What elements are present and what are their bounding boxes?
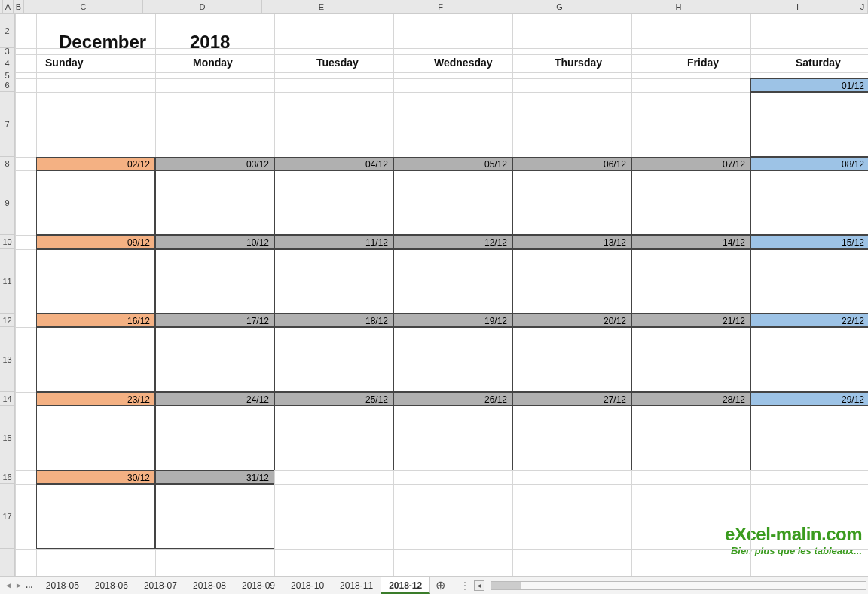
date-header[interactable]: 02/12 xyxy=(36,157,155,170)
date-body[interactable] xyxy=(512,249,631,314)
date-body[interactable] xyxy=(36,406,155,470)
date-header[interactable]: 07/12 xyxy=(631,157,750,170)
column-header-A[interactable]: A xyxy=(3,0,14,13)
row-header-6[interactable]: 6 xyxy=(0,78,14,92)
date-header[interactable]: 25/12 xyxy=(274,392,393,406)
date-body[interactable] xyxy=(631,170,750,235)
row-header-13[interactable]: 13 xyxy=(0,327,14,392)
date-body[interactable] xyxy=(631,406,750,470)
date-header[interactable]: 20/12 xyxy=(512,314,631,327)
date-body[interactable] xyxy=(750,92,868,157)
scroll-thumb[interactable] xyxy=(491,582,521,589)
date-body[interactable] xyxy=(512,406,631,470)
date-header[interactable]: 03/12 xyxy=(155,157,274,170)
date-body[interactable] xyxy=(750,249,868,314)
row-header-16[interactable]: 16 xyxy=(0,470,14,484)
date-header[interactable]: 12/12 xyxy=(393,235,512,249)
column-header-C[interactable]: C xyxy=(24,0,143,13)
date-header[interactable]: 09/12 xyxy=(36,235,155,249)
date-body[interactable] xyxy=(393,406,512,470)
date-header[interactable]: 17/12 xyxy=(155,314,274,327)
date-body[interactable] xyxy=(274,170,393,235)
scroll-left-icon[interactable]: ◄ xyxy=(474,580,484,591)
spreadsheet-area[interactable]: December 2018 eXcel-malin.com Bien plus … xyxy=(15,14,868,576)
row-header-17[interactable]: 17 xyxy=(0,484,14,549)
date-body[interactable] xyxy=(36,327,155,392)
date-body[interactable] xyxy=(631,249,750,314)
date-body[interactable] xyxy=(393,170,512,235)
date-header[interactable]: 23/12 xyxy=(36,392,155,406)
scroll-grip-icon[interactable]: ⋮ xyxy=(460,580,469,591)
row-header-4[interactable]: 4 xyxy=(0,54,14,72)
date-body[interactable] xyxy=(274,327,393,392)
row-header-15[interactable]: 15 xyxy=(0,406,14,470)
date-header[interactable]: 31/12 xyxy=(155,470,274,484)
date-header[interactable]: 14/12 xyxy=(631,235,750,249)
row-header-12[interactable]: 12 xyxy=(0,314,14,327)
column-header-D[interactable]: D xyxy=(143,0,262,13)
date-body[interactable] xyxy=(36,170,155,235)
date-body[interactable] xyxy=(274,406,393,470)
column-header-J[interactable]: J xyxy=(857,0,868,13)
date-body[interactable] xyxy=(512,170,631,235)
row-header-5[interactable]: 5 xyxy=(0,72,14,78)
row-header-11[interactable]: 11 xyxy=(0,249,14,314)
date-body[interactable] xyxy=(155,170,274,235)
date-header[interactable]: 08/12 xyxy=(750,157,868,170)
sheet-tab-2018-12[interactable]: 2018-12 xyxy=(381,577,430,594)
row-header-3[interactable]: 3 xyxy=(0,48,14,54)
row-header-10[interactable]: 10 xyxy=(0,235,14,249)
column-header-E[interactable]: E xyxy=(262,0,381,13)
date-body[interactable] xyxy=(155,249,274,314)
date-header[interactable]: 29/12 xyxy=(750,392,868,406)
date-header[interactable]: 06/12 xyxy=(512,157,631,170)
sheet-tab-2018-08[interactable]: 2018-08 xyxy=(185,577,234,594)
date-body[interactable] xyxy=(155,484,274,549)
date-body[interactable] xyxy=(155,327,274,392)
date-header[interactable]: 18/12 xyxy=(274,314,393,327)
date-header[interactable]: 19/12 xyxy=(393,314,512,327)
tab-prev-icon[interactable]: ◄ xyxy=(5,581,12,589)
date-header[interactable]: 11/12 xyxy=(274,235,393,249)
column-header-F[interactable]: F xyxy=(381,0,500,13)
row-header-9[interactable]: 9 xyxy=(0,170,14,235)
date-header[interactable]: 05/12 xyxy=(393,157,512,170)
date-body[interactable] xyxy=(750,327,868,392)
date-header[interactable]: 27/12 xyxy=(512,392,631,406)
date-header[interactable]: 16/12 xyxy=(36,314,155,327)
column-header-B[interactable]: B xyxy=(14,0,24,13)
date-body[interactable] xyxy=(36,484,155,549)
date-body[interactable] xyxy=(36,249,155,314)
date-header[interactable]: 01/12 xyxy=(750,78,868,92)
date-header[interactable]: 04/12 xyxy=(274,157,393,170)
date-header[interactable]: 30/12 xyxy=(36,470,155,484)
date-body[interactable] xyxy=(512,327,631,392)
date-header[interactable]: 28/12 xyxy=(631,392,750,406)
date-header[interactable]: 13/12 xyxy=(512,235,631,249)
add-sheet-button[interactable]: ⊕ xyxy=(430,577,451,594)
tab-more-icon[interactable]: … xyxy=(26,581,33,589)
column-header-H[interactable]: H xyxy=(619,0,738,13)
horizontal-scrollbar[interactable]: ⋮ ◄ xyxy=(451,577,868,594)
date-body[interactable] xyxy=(393,327,512,392)
sheet-tab-2018-06[interactable]: 2018-06 xyxy=(87,577,136,594)
scroll-track[interactable] xyxy=(491,581,866,590)
date-body[interactable] xyxy=(750,406,868,470)
date-header[interactable]: 24/12 xyxy=(155,392,274,406)
row-header-14[interactable]: 14 xyxy=(0,392,14,406)
date-body[interactable] xyxy=(155,406,274,470)
sheet-tab-2018-11[interactable]: 2018-11 xyxy=(332,577,381,594)
tab-next-icon[interactable]: ► xyxy=(15,581,23,589)
row-header-8[interactable]: 8 xyxy=(0,157,14,170)
sheet-tab-2018-09[interactable]: 2018-09 xyxy=(234,577,283,594)
date-header[interactable]: 22/12 xyxy=(750,314,868,327)
row-header-2[interactable]: 2 xyxy=(0,14,14,48)
sheet-tab-2018-07[interactable]: 2018-07 xyxy=(136,577,185,594)
date-body[interactable] xyxy=(631,327,750,392)
date-header[interactable]: 15/12 xyxy=(750,235,868,249)
column-header-G[interactable]: G xyxy=(500,0,619,13)
row-header-7[interactable]: 7 xyxy=(0,92,14,157)
date-body[interactable] xyxy=(393,249,512,314)
date-body[interactable] xyxy=(750,170,868,235)
column-header-I[interactable]: I xyxy=(738,0,857,13)
